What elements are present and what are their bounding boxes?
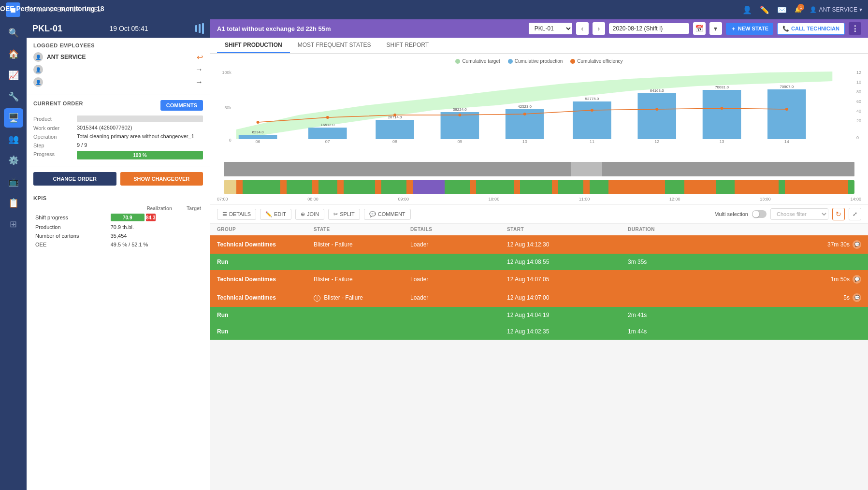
ct-orange-7 [470,180,476,194]
employee-login-3[interactable]: → [195,78,203,86]
filter-select[interactable]: Choose filter [770,208,828,220]
calendar-button[interactable]: 📅 [693,22,706,35]
comments-button[interactable]: COMMENTS [160,100,203,111]
bar-7 [637,93,676,139]
tab-shift-report[interactable]: SHIFT REPORT [378,38,436,53]
col-state: STATE [307,224,404,235]
comment-bubble-1: 💬 [853,240,861,249]
join-button[interactable]: ⊕ JOIN [295,209,324,220]
date-input[interactable] [609,23,689,34]
sidebar-item-search[interactable]: 🔍 [4,23,23,43]
sidebar-item-analytics[interactable]: 📈 [4,66,23,85]
ct-orange-13 [684,180,716,194]
bar-6 [573,101,611,139]
kpi-bar-red-shift: 84.3 [146,214,156,221]
bar-1 [195,25,197,32]
row-state-3: Blister - Failure [307,270,404,288]
legend-cumulative-target: Cumulative target [455,58,500,64]
sidebar-item-monitor[interactable]: 🖥️ [4,108,23,128]
row-start-3: 12 Aug 14:07:05 [500,270,621,288]
change-order-button[interactable]: CHANGE ORDER [33,172,116,186]
split-button[interactable]: ✂ SPLIT [328,209,360,220]
sidebar-item-display[interactable]: 📺 [4,172,23,191]
person-icon[interactable]: 👤 [742,5,752,14]
ct-orange-1 [236,180,243,194]
row-group-1: Technical Downtimes [210,235,307,254]
order-row-workorder: Work order 3015344 (4260077602) [33,125,203,131]
machine-select[interactable]: PKL-01 [529,23,572,34]
show-changeover-button[interactable]: SHOW CHANGEOVER [120,172,203,186]
comment-button[interactable]: 💬 COMMENT [364,209,411,220]
tl-12: 12:00 [669,197,680,202]
employee-row-2: 👤 → [33,65,203,74]
operation-label: Operation [33,133,77,140]
table-row[interactable]: Technical Downtimes i Blister - Failure … [210,288,868,307]
edit-button[interactable]: ✏️ EDIT [260,209,291,220]
sidebar-item-list[interactable]: 📋 [4,193,23,213]
sidebar-item-users[interactable]: 👥 [4,130,23,149]
row-group-6: Run [210,323,307,340]
tl-10: 10:00 [489,197,500,202]
sidebar-item-tools[interactable]: 🔧 [4,87,23,106]
timeline-title: A1 total without exchange 2d 22h 55m [217,25,331,32]
row-duration-6: 1m 44s [621,323,868,340]
employee-login-2[interactable]: → [195,65,203,74]
ct-green-12 [716,180,735,194]
chart-area: Cumulative target Cumulative production … [210,54,868,160]
tl-13: 13:00 [760,197,771,202]
product-value [77,115,203,122]
employee-info-3: 👤 [33,77,43,87]
tl-09: 09:00 [398,197,409,202]
eff-dot-1 [257,121,260,124]
eff-dot-2 [326,116,329,119]
row-group-3: Technical Downtimes [210,270,307,288]
new-state-button[interactable]: ＋ NEW STATE [726,23,773,35]
nav-prev-button[interactable]: ‹ [576,22,589,35]
ct-green-11 [665,180,684,194]
svg-text:50k: 50k [224,105,231,110]
ct-green-10 [590,180,608,194]
bell-icon[interactable]: 🔔 1 [795,6,802,13]
operation-value: Total cleaning primary area without chan… [77,133,203,139]
kpi-value-cartons: 35,454 [109,231,174,240]
sidebar-item-settings[interactable]: ⚙️ [4,151,23,170]
kpi-bars-shift: 70.9 84.3 [111,214,201,221]
chevron-down-btn[interactable]: ▾ [709,22,722,35]
ant-service-button[interactable]: 👤 ANT SERVICE ▾ [810,6,862,13]
row-details-3: Loader [404,270,500,288]
details-button[interactable]: ☰ DETAILS [217,209,256,220]
refresh-button[interactable]: ↻ [832,208,845,220]
svg-text:11: 11 [590,139,594,144]
nav-next-button[interactable]: › [593,22,605,35]
timeline-labels: 07:00 08:00 09:00 10:00 11:00 12:00 13:0… [217,196,861,202]
more-options-button[interactable]: ⋮ [849,22,861,35]
table-row[interactable]: Run 12 Aug 14:08:55 3m 35s [210,254,868,270]
color-timeline-section: 07:00 08:00 09:00 10:00 11:00 12:00 13:0… [210,176,868,204]
pencil-icon[interactable]: ✏️ [760,5,769,14]
current-order-title: CURRENT ORDER [33,101,83,106]
table-row[interactable]: Technical Downtimes Blister - Failure Lo… [210,270,868,288]
employee-logout-1[interactable]: ↩ [197,53,203,62]
employee-name-1: ANT SERVICE [47,54,86,60]
svg-text:10: 10 [522,139,527,144]
tab-most-frequent[interactable]: MOST FREQUENT STATES [290,38,379,53]
mail-icon[interactable]: ✉️ [777,5,787,14]
tab-shift-production[interactable]: SHIFT PRODUCTION [217,38,290,53]
expand-button[interactable]: ⤢ [849,208,861,220]
chevron-down-icon: ▾ [859,6,862,13]
step-value: 9 / 9 [77,142,203,148]
ct-green-5 [381,180,406,194]
call-technician-button[interactable]: 📞 CALL TECHNICIAN [777,23,845,35]
ct-orange-5 [375,180,381,194]
table-row[interactable]: Run 12 Aug 14:02:35 1m 44s [210,323,868,340]
multi-select-toggle[interactable] [752,210,767,218]
table-row[interactable]: Technical Downtimes Blister - Failure Lo… [210,235,868,254]
ct-orange-9 [552,180,558,194]
table-row[interactable]: Run 12 Aug 14:04:19 2m 41s [210,307,868,323]
col-start: START [500,224,621,235]
svg-text:08: 08 [392,139,397,144]
sidebar-item-home[interactable]: 🏠 [4,44,23,64]
sidebar-item-grid[interactable]: ⊞ [4,215,23,234]
kpi-target-production [174,223,203,231]
legend-cumulative-production: Cumulative production [508,58,563,64]
